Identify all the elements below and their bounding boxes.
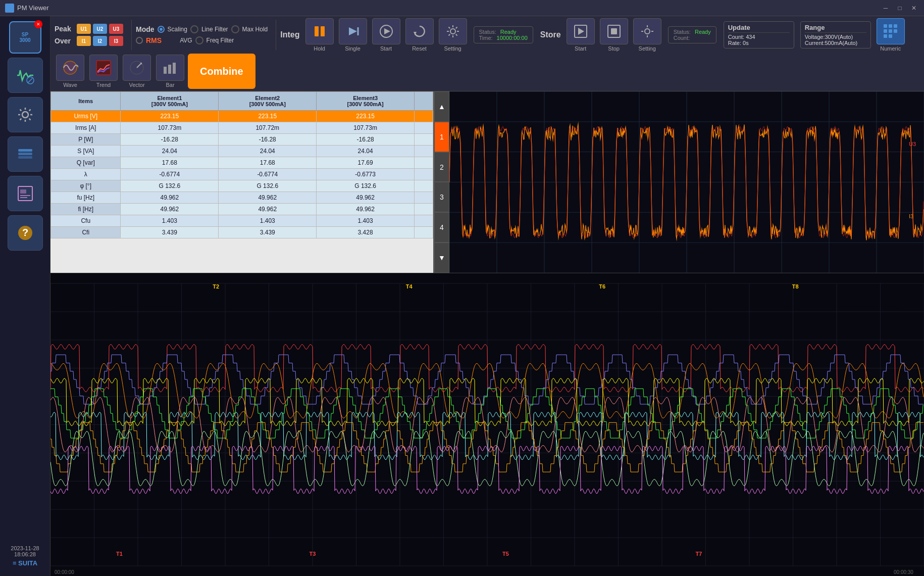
store-status-row: Status: Ready bbox=[674, 29, 711, 35]
svg-rect-3 bbox=[18, 153, 32, 155]
bar-group: Bar bbox=[156, 55, 184, 88]
maximize-button[interactable]: □ bbox=[895, 3, 905, 13]
row-label: λ bbox=[51, 169, 121, 180]
logo-text: SP3000 bbox=[19, 32, 30, 43]
row-e2: 223.15 bbox=[219, 111, 317, 122]
integ-single-group: Single bbox=[339, 18, 367, 52]
over-row: Over I1 I2 I3 bbox=[55, 36, 123, 46]
integ-status-panel: Status: Ready Time: 10000:00:00 bbox=[474, 26, 533, 43]
row-e2: -0.6774 bbox=[219, 169, 317, 180]
svg-rect-27 bbox=[884, 29, 887, 33]
combine-button[interactable]: Combine bbox=[188, 54, 255, 89]
channel-i3-btn[interactable]: I3 bbox=[109, 36, 123, 46]
scroll-buttons: ▲ 1 2 3 4 ▼ bbox=[434, 91, 449, 273]
row-e1: G 132.6 bbox=[121, 180, 219, 192]
row-extra bbox=[415, 134, 433, 146]
integ-hold-btn[interactable] bbox=[305, 18, 334, 44]
scroll-up-btn[interactable]: ▲ bbox=[434, 91, 449, 122]
channel-i1-btn[interactable]: I1 bbox=[77, 36, 91, 46]
channel-u2-btn[interactable]: U2 bbox=[93, 24, 107, 34]
update-title: Update bbox=[728, 24, 790, 33]
wave-btn[interactable] bbox=[56, 55, 84, 81]
store-stop-icon bbox=[606, 23, 622, 39]
scroll-down-btn[interactable]: ▼ bbox=[434, 243, 449, 273]
row-e1: 107.73m bbox=[121, 122, 219, 134]
row-e3: 49.962 bbox=[317, 204, 415, 215]
row-e2: 3.439 bbox=[219, 227, 317, 238]
integ-status-key: Status: bbox=[479, 29, 496, 35]
scroll-page2-btn[interactable]: 2 bbox=[434, 152, 449, 182]
row-extra bbox=[415, 180, 433, 192]
row-e3: 1.403 bbox=[317, 215, 415, 227]
svg-text:?: ? bbox=[22, 227, 28, 238]
integ-status-row: Status: Ready bbox=[479, 29, 528, 35]
numeric-icon bbox=[883, 23, 899, 39]
svg-point-18 bbox=[450, 29, 455, 34]
store-setting-btn[interactable] bbox=[633, 18, 661, 44]
close-button[interactable]: ✕ bbox=[909, 3, 919, 13]
sidebar-item-waveform[interactable] bbox=[8, 58, 43, 93]
integ-start-btn[interactable] bbox=[372, 18, 400, 44]
trend-group: Trend bbox=[89, 55, 118, 88]
bar-btn[interactable] bbox=[156, 55, 184, 81]
svg-rect-37 bbox=[164, 67, 167, 74]
svg-marker-20 bbox=[578, 28, 584, 35]
scroll-page1-btn[interactable]: 1 bbox=[434, 122, 449, 152]
mode-rms-radio[interactable] bbox=[158, 26, 165, 33]
numeric-btn[interactable] bbox=[877, 18, 905, 44]
table-row: S [VA] 24.04 24.04 24.04 bbox=[51, 146, 433, 157]
channel-i2-btn[interactable]: I2 bbox=[93, 36, 107, 46]
integ-setting-label: Setting bbox=[444, 45, 461, 52]
line-filter-toggle[interactable] bbox=[190, 25, 198, 33]
main-container: SP3000 ✕ bbox=[0, 16, 924, 576]
mode-avg-radio[interactable] bbox=[136, 37, 143, 44]
store-start-btn[interactable] bbox=[567, 18, 595, 44]
svg-rect-2 bbox=[18, 149, 32, 152]
table-row: P [W] -16.28 -16.28 -16.28 bbox=[51, 134, 433, 146]
scroll-page3-btn[interactable]: 3 bbox=[434, 182, 449, 212]
row-label: Urms [V] bbox=[51, 111, 121, 122]
store-stop-btn[interactable] bbox=[600, 18, 628, 44]
table-row: Irms [A] 107.73m 107.72m 107.73m bbox=[51, 122, 433, 134]
row-extra bbox=[415, 146, 433, 157]
report-icon bbox=[16, 184, 34, 203]
channel-u1-btn[interactable]: U1 bbox=[77, 24, 91, 34]
vector-btn[interactable] bbox=[123, 55, 151, 81]
sidebar-logo[interactable]: SP3000 ✕ bbox=[9, 21, 41, 54]
sidebar-item-layers[interactable] bbox=[8, 136, 43, 172]
integ-reset-btn[interactable] bbox=[405, 18, 434, 44]
table-row: φ [°] G 132.6 G 132.6 G 132.6 bbox=[51, 180, 433, 192]
svg-rect-31 bbox=[889, 34, 892, 38]
range-title: Range bbox=[805, 24, 866, 33]
row-e1: 49.962 bbox=[121, 204, 219, 215]
row-e1: 17.68 bbox=[121, 157, 219, 169]
middle-content: Items Element1[300V 500mA] Element2[300V… bbox=[50, 91, 924, 273]
minimize-button[interactable]: ─ bbox=[881, 3, 891, 13]
integ-start-group: Start bbox=[372, 18, 400, 52]
row-e2: 107.72m bbox=[219, 122, 317, 134]
update-rate-row: Rate: 0s bbox=[728, 40, 790, 46]
settings-icon bbox=[16, 106, 34, 124]
row-e1: -16.28 bbox=[121, 134, 219, 146]
freq-filter-toggle[interactable] bbox=[195, 36, 203, 44]
data-table-container: Items Element1[300V 500mA] Element2[300V… bbox=[50, 91, 434, 273]
table-row: Urms [V] 223.15 223.15 223.15 bbox=[51, 111, 433, 122]
integ-time-key: Time: bbox=[479, 35, 493, 41]
sidebar-item-settings[interactable] bbox=[8, 97, 43, 132]
sidebar-item-report[interactable] bbox=[8, 176, 43, 211]
integ-single-btn[interactable] bbox=[339, 18, 367, 44]
scroll-page4-btn[interactable]: 4 bbox=[434, 212, 449, 243]
integ-setting-btn[interactable] bbox=[439, 18, 467, 44]
titlebar: PM Viewer ─ □ ✕ bbox=[0, 0, 924, 16]
sidebar-item-help[interactable]: ? bbox=[8, 215, 43, 251]
layers-icon bbox=[16, 145, 34, 163]
channel-u3-btn[interactable]: U3 bbox=[109, 24, 123, 34]
store-start-label: Start bbox=[575, 45, 586, 52]
sidebar: SP3000 ✕ bbox=[0, 16, 50, 576]
start-icon bbox=[378, 23, 394, 39]
trend-btn[interactable] bbox=[89, 55, 118, 81]
row-extra bbox=[415, 227, 433, 238]
svg-rect-39 bbox=[173, 63, 176, 74]
max-hold-toggle[interactable] bbox=[231, 25, 239, 33]
range-voltage-row: Voltage:300V(Auto) bbox=[805, 34, 866, 40]
